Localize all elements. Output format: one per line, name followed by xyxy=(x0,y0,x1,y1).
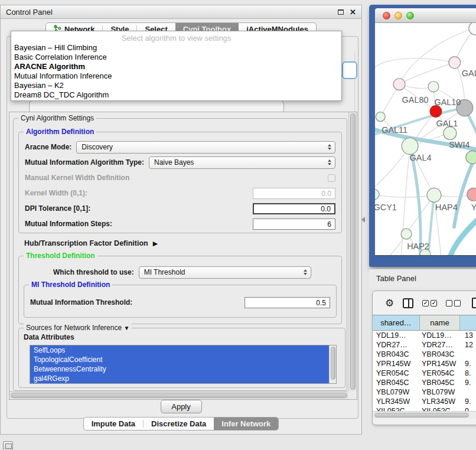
minimize-traffic-light[interactable] xyxy=(395,12,402,19)
table-cell: YPR145W xyxy=(373,359,420,369)
network-window-titlebar xyxy=(375,8,476,23)
mi-steps-input[interactable]: 6 xyxy=(253,219,335,230)
table-row[interactable]: YBR043CYBR043C xyxy=(373,350,476,359)
kernel-width-label: Kernel Width (0,1): xyxy=(25,189,87,197)
table-row[interactable]: YDR27…YDR27…12 xyxy=(373,340,476,350)
network-node[interactable] xyxy=(402,138,418,155)
table-row[interactable]: YER054CYER054C8. xyxy=(373,369,476,378)
deselect-all-icon[interactable] xyxy=(446,300,461,306)
algorithm-option[interactable]: Mutual Information Inference xyxy=(11,71,341,81)
panel-splitter-arrow[interactable] xyxy=(361,217,365,223)
table-horizontal-scrollbar[interactable] xyxy=(373,411,476,419)
table-row[interactable]: YBL079WYBL079W xyxy=(373,387,476,397)
which-threshold-select[interactable]: MI Threshold xyxy=(139,266,311,279)
table-cell xyxy=(460,350,476,359)
table-cell: 0. xyxy=(460,406,476,411)
network-node[interactable] xyxy=(375,189,379,200)
table-cell: YLR345W xyxy=(420,397,460,406)
algorithm-dropdown-popup: Select algorithm to view settings Bayesi… xyxy=(11,31,342,101)
tab-infer-network[interactable]: Infer Network xyxy=(214,418,278,430)
mi-threshold-definition-title: MI Threshold Definition xyxy=(29,281,112,289)
network-node[interactable] xyxy=(466,151,476,164)
table-cell: YBR045C xyxy=(373,378,420,387)
algorithm-definition-title: Algorithm Definition xyxy=(24,128,96,136)
select-all-icon[interactable]: ✓✓ xyxy=(422,300,437,306)
threshold-definition-group: Threshold Definition Which threshold to … xyxy=(18,256,342,324)
network-node[interactable] xyxy=(444,127,457,140)
network-node[interactable] xyxy=(427,188,441,202)
column-header-clipped[interactable] xyxy=(460,315,476,330)
manual-kernel-width-checkbox[interactable] xyxy=(328,174,335,182)
mi-algorithm-type-label: Mutual Information Algorithm Type: xyxy=(25,158,144,167)
tab-discretize-data[interactable]: Discretize Data xyxy=(144,418,214,430)
network-node[interactable] xyxy=(401,229,412,239)
mi-algorithm-type-value: Naive Bayes xyxy=(154,158,324,167)
algorithm-option[interactable]: Bayesian – Hill Climbing xyxy=(11,43,341,53)
zoom-traffic-light[interactable] xyxy=(406,12,414,19)
table-row[interactable]: YIL052CYIL052C0. xyxy=(373,406,476,411)
data-attribute-item[interactable]: TopologicalCoefficient xyxy=(30,355,329,364)
network-node[interactable] xyxy=(376,112,385,122)
table-row[interactable]: YBR045CYBR045C9. xyxy=(373,378,476,387)
table-panel-window: ⚙ ✓✓ shared… name YDL19…YDL19…13YDR27…YD… xyxy=(372,291,476,425)
list-scrollbar[interactable] xyxy=(329,345,336,383)
table-cell: YBR043C xyxy=(420,350,460,359)
mi-threshold-input[interactable]: 0.5 xyxy=(244,297,330,308)
column-header-shared-name[interactable]: shared… xyxy=(373,315,420,330)
network-canvas[interactable]: GALGAL80GAL10GAL1GAL11GAL4SWI4GCY1HAP4YH… xyxy=(375,23,476,256)
which-threshold-label: Which threshold to use: xyxy=(53,268,134,276)
algorithm-definition-group: Algorithm Definition Aracne Mode: Discov… xyxy=(18,132,342,233)
float-window-icon[interactable] xyxy=(338,9,344,15)
dpi-tolerance-input[interactable]: 0.0 xyxy=(253,203,335,214)
sources-group: Sources for Network Inference ▼ Data Att… xyxy=(18,328,345,388)
gear-icon[interactable]: ⚙ xyxy=(385,298,394,308)
collapse-arrow-icon[interactable]: ▼ xyxy=(123,325,129,331)
cyni-algorithm-settings-group: Cyni Algorithm Settings Algorithm Defini… xyxy=(13,118,347,391)
algorithm-option[interactable]: Bayesian – K2 xyxy=(11,81,341,90)
settings-vertical-scrollbar[interactable] xyxy=(348,112,357,391)
kernel-width-input[interactable]: 0.0 xyxy=(253,188,335,199)
data-attributes-label: Data Attributes xyxy=(24,333,74,341)
data-attribute-item[interactable]: gal4RGexp xyxy=(30,374,329,383)
settings-horizontal-scrollbar[interactable] xyxy=(9,391,348,399)
data-attributes-list[interactable]: SelfLoopsTopologicalCoefficientBetweenne… xyxy=(30,345,337,384)
table-row[interactable]: YPR145WYPR145W9. xyxy=(373,359,476,369)
network-node[interactable] xyxy=(469,23,476,35)
mi-algorithm-type-select[interactable]: Naive Bayes xyxy=(149,156,335,169)
aracne-mode-select[interactable]: Discovery xyxy=(76,141,335,154)
column-header-name[interactable]: name xyxy=(420,315,460,330)
table-cell: YDL19… xyxy=(373,331,420,340)
hub-definition-toggle[interactable]: Hub/Transcription Factor Definition ▶ xyxy=(24,239,158,247)
network-node-label: GCY1 xyxy=(375,203,397,212)
table-cell: YDR27… xyxy=(420,340,460,350)
export-table-icon[interactable] xyxy=(472,298,476,308)
mi-threshold-definition-group: MI Threshold Definition Mutual Informati… xyxy=(24,285,337,318)
table-cell: YDL19… xyxy=(420,331,460,340)
threshold-definition-title: Threshold Definition xyxy=(24,252,97,260)
apply-button[interactable]: Apply xyxy=(161,400,202,413)
table-row[interactable]: YLR345WYLR345W9. xyxy=(373,397,476,406)
close-traffic-light[interactable] xyxy=(383,12,390,19)
network-node[interactable] xyxy=(467,188,476,201)
table-row[interactable]: YDL19…YDL19…13 xyxy=(373,331,476,340)
algorithm-option[interactable]: Basic Correlation Inference xyxy=(11,53,341,62)
network-node[interactable] xyxy=(428,81,439,92)
sources-group-title: Sources for Network Inference ▼ xyxy=(24,324,132,332)
network-node-label: GAL80 xyxy=(402,95,429,105)
network-node[interactable] xyxy=(393,79,405,90)
table-cell: YBR045C xyxy=(420,378,460,387)
data-attribute-item[interactable]: BetweennessCentrality xyxy=(30,364,329,374)
data-attribute-item[interactable]: SelfLoops xyxy=(30,345,329,355)
network-node[interactable] xyxy=(430,106,442,118)
network-node[interactable] xyxy=(449,57,461,69)
tab-impute-data[interactable]: Impute Data xyxy=(84,418,143,430)
algorithm-option[interactable]: ARACNE Algorithm xyxy=(11,62,341,71)
mini-window-icon[interactable] xyxy=(3,441,13,450)
close-icon[interactable]: ✕ xyxy=(350,8,356,16)
network-node-label: HAP4 xyxy=(435,203,458,212)
split-columns-icon[interactable] xyxy=(403,298,413,308)
algorithm-option[interactable]: Dream8 DC_TDC Algorithm xyxy=(11,90,341,100)
network-window: GALGAL80GAL10GAL1GAL11GAL4SWI4GCY1HAP4YH… xyxy=(369,5,476,267)
table-cell: YER054C xyxy=(420,369,460,378)
table-cell: YBL079W xyxy=(420,387,460,397)
